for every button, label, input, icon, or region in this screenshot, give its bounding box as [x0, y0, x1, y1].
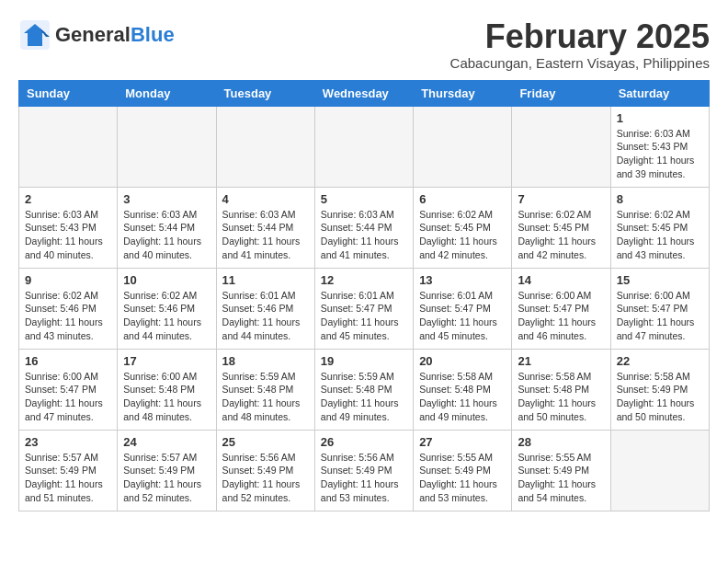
day-info: Sunrise: 6:02 AMSunset: 5:45 PMDaylight:…	[419, 208, 506, 262]
location: Cabacungan, Eastern Visayas, Philippines	[450, 55, 710, 71]
day-number: 4	[222, 192, 309, 206]
day-number: 28	[518, 435, 604, 449]
day-number: 17	[123, 354, 210, 368]
day-number: 1	[617, 111, 703, 125]
day-number: 10	[123, 273, 210, 287]
calendar-cell: 26Sunrise: 5:56 AMSunset: 5:49 PMDayligh…	[314, 430, 413, 511]
day-info: Sunrise: 6:03 AMSunset: 5:43 PMDaylight:…	[617, 127, 703, 181]
day-number: 11	[222, 273, 309, 287]
calendar-header-monday: Monday	[118, 80, 216, 106]
day-info: Sunrise: 6:00 AMSunset: 5:47 PMDaylight:…	[25, 370, 111, 424]
day-info: Sunrise: 6:02 AMSunset: 5:45 PMDaylight:…	[518, 208, 604, 262]
calendar-cell: 15Sunrise: 6:00 AMSunset: 5:47 PMDayligh…	[610, 268, 709, 349]
day-info: Sunrise: 5:55 AMSunset: 5:49 PMDaylight:…	[518, 451, 604, 505]
day-info: Sunrise: 6:02 AMSunset: 5:46 PMDaylight:…	[123, 289, 210, 343]
calendar-cell: 1Sunrise: 6:03 AMSunset: 5:43 PMDaylight…	[610, 106, 709, 187]
calendar-cell: 11Sunrise: 6:01 AMSunset: 5:46 PMDayligh…	[216, 268, 314, 349]
calendar-cell: 3Sunrise: 6:03 AMSunset: 5:44 PMDaylight…	[118, 187, 216, 268]
day-number: 14	[518, 273, 604, 287]
calendar-cell	[19, 106, 118, 187]
day-number: 18	[222, 354, 309, 368]
calendar-cell	[512, 106, 610, 187]
day-number: 2	[25, 192, 111, 206]
day-info: Sunrise: 5:57 AMSunset: 5:49 PMDaylight:…	[123, 451, 210, 505]
day-number: 3	[123, 192, 210, 206]
calendar-week-2: 2Sunrise: 6:03 AMSunset: 5:43 PMDaylight…	[19, 187, 710, 268]
calendar-week-4: 16Sunrise: 6:00 AMSunset: 5:47 PMDayligh…	[19, 349, 710, 430]
calendar-cell: 19Sunrise: 5:59 AMSunset: 5:48 PMDayligh…	[314, 349, 413, 430]
day-info: Sunrise: 6:00 AMSunset: 5:48 PMDaylight:…	[123, 370, 210, 424]
calendar-cell: 27Sunrise: 5:55 AMSunset: 5:49 PMDayligh…	[414, 430, 512, 511]
day-number: 9	[25, 273, 111, 287]
day-number: 13	[419, 273, 506, 287]
day-info: Sunrise: 5:56 AMSunset: 5:49 PMDaylight:…	[222, 451, 309, 505]
day-number: 24	[123, 435, 210, 449]
day-number: 16	[25, 354, 111, 368]
day-info: Sunrise: 5:58 AMSunset: 5:48 PMDaylight:…	[518, 370, 604, 424]
calendar-cell: 14Sunrise: 6:00 AMSunset: 5:47 PMDayligh…	[512, 268, 610, 349]
calendar-cell	[216, 106, 314, 187]
page-header: GeneralBlue February 2025 Cabacungan, Ea…	[18, 18, 710, 71]
day-number: 27	[419, 435, 506, 449]
calendar-cell: 8Sunrise: 6:02 AMSunset: 5:45 PMDaylight…	[610, 187, 709, 268]
day-number: 21	[518, 354, 604, 368]
day-info: Sunrise: 6:03 AMSunset: 5:43 PMDaylight:…	[25, 208, 111, 262]
day-number: 22	[617, 354, 703, 368]
day-number: 8	[617, 192, 703, 206]
day-info: Sunrise: 5:58 AMSunset: 5:49 PMDaylight:…	[617, 370, 703, 424]
day-info: Sunrise: 5:56 AMSunset: 5:49 PMDaylight:…	[321, 451, 407, 505]
day-number: 15	[617, 273, 703, 287]
calendar-cell: 13Sunrise: 6:01 AMSunset: 5:47 PMDayligh…	[414, 268, 512, 349]
calendar-cell	[610, 430, 709, 511]
day-info: Sunrise: 6:01 AMSunset: 5:47 PMDaylight:…	[321, 289, 407, 343]
day-info: Sunrise: 5:57 AMSunset: 5:49 PMDaylight:…	[25, 451, 111, 505]
calendar-cell: 17Sunrise: 6:00 AMSunset: 5:48 PMDayligh…	[118, 349, 216, 430]
day-number: 5	[321, 192, 407, 206]
calendar-cell: 22Sunrise: 5:58 AMSunset: 5:49 PMDayligh…	[610, 349, 709, 430]
day-number: 25	[222, 435, 309, 449]
calendar-header-friday: Friday	[512, 80, 610, 106]
calendar-cell: 16Sunrise: 6:00 AMSunset: 5:47 PMDayligh…	[19, 349, 118, 430]
calendar-cell: 12Sunrise: 6:01 AMSunset: 5:47 PMDayligh…	[314, 268, 413, 349]
calendar-cell	[314, 106, 413, 187]
calendar-cell: 6Sunrise: 6:02 AMSunset: 5:45 PMDaylight…	[414, 187, 512, 268]
calendar-table: SundayMondayTuesdayWednesdayThursdayFrid…	[18, 80, 710, 511]
day-info: Sunrise: 6:02 AMSunset: 5:45 PMDaylight:…	[617, 208, 703, 262]
calendar-cell: 7Sunrise: 6:02 AMSunset: 5:45 PMDaylight…	[512, 187, 610, 268]
day-number: 19	[321, 354, 407, 368]
day-info: Sunrise: 5:58 AMSunset: 5:48 PMDaylight:…	[419, 370, 506, 424]
calendar-header-wednesday: Wednesday	[314, 80, 413, 106]
day-info: Sunrise: 6:00 AMSunset: 5:47 PMDaylight:…	[617, 289, 703, 343]
calendar-cell: 25Sunrise: 5:56 AMSunset: 5:49 PMDayligh…	[216, 430, 314, 511]
calendar-cell: 21Sunrise: 5:58 AMSunset: 5:48 PMDayligh…	[512, 349, 610, 430]
calendar-cell: 24Sunrise: 5:57 AMSunset: 5:49 PMDayligh…	[118, 430, 216, 511]
calendar-header-sunday: Sunday	[19, 80, 118, 106]
day-info: Sunrise: 6:03 AMSunset: 5:44 PMDaylight:…	[123, 208, 210, 262]
calendar-header-tuesday: Tuesday	[216, 80, 314, 106]
day-info: Sunrise: 5:59 AMSunset: 5:48 PMDaylight:…	[222, 370, 309, 424]
day-number: 23	[25, 435, 111, 449]
day-number: 7	[518, 192, 604, 206]
day-number: 6	[419, 192, 506, 206]
calendar-header-saturday: Saturday	[610, 80, 709, 106]
logo: GeneralBlue	[18, 18, 175, 52]
logo-blue: Blue	[131, 23, 175, 46]
calendar-cell: 20Sunrise: 5:58 AMSunset: 5:48 PMDayligh…	[414, 349, 512, 430]
calendar-cell: 2Sunrise: 6:03 AMSunset: 5:43 PMDaylight…	[19, 187, 118, 268]
day-number: 20	[419, 354, 506, 368]
day-info: Sunrise: 5:59 AMSunset: 5:48 PMDaylight:…	[321, 370, 407, 424]
logo-text: GeneralBlue	[55, 23, 175, 47]
calendar-cell: 28Sunrise: 5:55 AMSunset: 5:49 PMDayligh…	[512, 430, 610, 511]
day-info: Sunrise: 5:55 AMSunset: 5:49 PMDaylight:…	[419, 451, 506, 505]
calendar-cell: 10Sunrise: 6:02 AMSunset: 5:46 PMDayligh…	[118, 268, 216, 349]
calendar-cell	[414, 106, 512, 187]
day-info: Sunrise: 6:00 AMSunset: 5:47 PMDaylight:…	[518, 289, 604, 343]
day-info: Sunrise: 6:02 AMSunset: 5:46 PMDaylight:…	[25, 289, 111, 343]
title-area: February 2025 Cabacungan, Eastern Visaya…	[450, 18, 710, 71]
calendar-week-5: 23Sunrise: 5:57 AMSunset: 5:49 PMDayligh…	[19, 430, 710, 511]
day-number: 26	[321, 435, 407, 449]
day-number: 12	[321, 273, 407, 287]
day-info: Sunrise: 6:03 AMSunset: 5:44 PMDaylight:…	[321, 208, 407, 262]
calendar-cell: 9Sunrise: 6:02 AMSunset: 5:46 PMDaylight…	[19, 268, 118, 349]
calendar-cell: 23Sunrise: 5:57 AMSunset: 5:49 PMDayligh…	[19, 430, 118, 511]
